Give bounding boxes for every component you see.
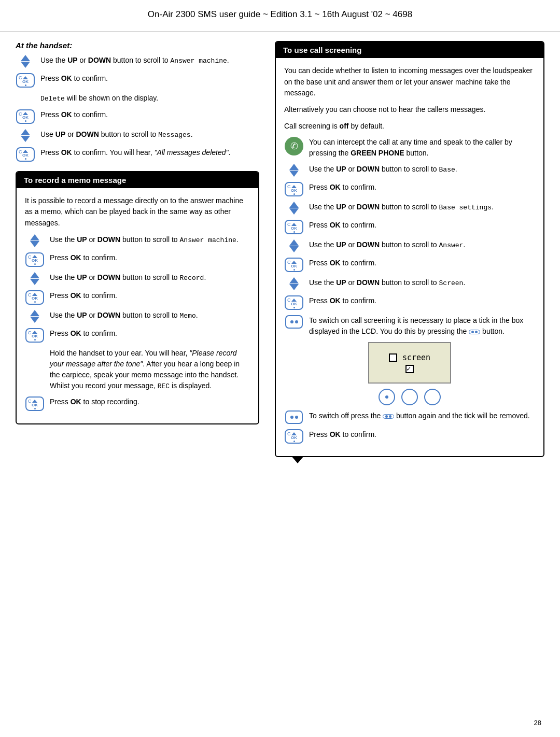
step-row: OK Press OK to confirm. — [284, 182, 535, 196]
two-dot-button-icon — [284, 410, 304, 424]
step-text: Press OK to confirm. — [309, 429, 535, 440]
step-row: Delete will be shown on the display. — [16, 93, 259, 104]
ok-button-icon: OK — [16, 109, 35, 124]
ok-button-icon: OK — [284, 220, 304, 234]
step-text: Press OK to confirm. — [40, 73, 259, 84]
updown-icon — [284, 239, 304, 252]
step-row: OK Press OK to confirm. — [284, 258, 535, 272]
updown-icon — [284, 277, 304, 290]
three-dot-button — [424, 389, 441, 405]
right-column: To use call screening You can decide whe… — [275, 41, 544, 473]
call-screening-box: To use call screening You can decide whe… — [275, 41, 544, 457]
call-screening-content: You can decide whether to listen to inco… — [276, 58, 543, 456]
step-row: Use the UP or DOWN button to scroll to A… — [16, 55, 259, 68]
step-row: To switch off press the button again and… — [284, 410, 535, 424]
lcd-unchecked-box — [389, 353, 397, 362]
ok-button-icon: OK — [284, 182, 304, 196]
step-row: OK Press OK to confirm. — [284, 295, 535, 310]
call-screening-wrap: To use call screening You can decide whe… — [275, 41, 544, 457]
ok-button-icon: OK — [25, 328, 45, 343]
step-text: Delete will be shown on the display. — [40, 93, 259, 104]
step-text: Press OK to confirm. — [309, 182, 535, 193]
ok-button-icon: OK — [25, 252, 45, 267]
step-row: OK Press OK to confirm. — [284, 429, 535, 444]
step-text: Press OK to confirm. — [40, 109, 259, 120]
step-row: Use the UP or DOWN button to scroll to B… — [284, 164, 535, 177]
intro-para-1: You can decide whether to listen to inco… — [284, 65, 535, 99]
step-text: Use the UP or DOWN button to scroll to A… — [40, 55, 259, 66]
step-row: OK Press OK to stop recording. — [25, 396, 250, 411]
inline-dot2-icon — [383, 414, 394, 419]
step-row: OK Press OK to confirm. — [25, 252, 250, 267]
inline-dot2-icon — [469, 330, 480, 334]
lcd-checked-box — [405, 365, 414, 373]
handset-section: At the handset: Use the UP or DOWN butto… — [16, 41, 259, 162]
step-row: OK Press OK to confirm. — [25, 328, 250, 343]
memo-box-content: It is possible to record a message direc… — [17, 188, 258, 424]
updown-icon — [16, 55, 35, 68]
step-row: ✆ You can intercept the call at any time… — [284, 137, 535, 159]
ok-button-icon: OK — [16, 73, 35, 88]
step-text: Press OK to confirm. — [309, 295, 535, 306]
step-row: OK Press OK to confirm. — [25, 290, 250, 305]
step-text: Press OK to confirm. — [50, 252, 250, 263]
handset-title: At the handset: — [16, 41, 259, 50]
updown-icon — [25, 310, 45, 323]
lcd-display: screen — [368, 342, 451, 384]
step-row: Use the UP or DOWN button to scroll to A… — [284, 239, 535, 252]
ok-button-icon: OK — [16, 147, 35, 162]
single-dot-button — [379, 389, 395, 405]
button-row — [284, 389, 535, 405]
green-phone-icon: ✆ — [284, 137, 304, 155]
step-text: Use UP or DOWN button to scroll to Messa… — [40, 129, 259, 140]
step-row: To switch on call screening it is necess… — [284, 315, 535, 337]
step-text: Hold the handset to your ear. You will h… — [50, 348, 250, 392]
memo-section: To record a memo message It is possible … — [16, 171, 259, 425]
step-text: Use the UP or DOWN button to scroll to B… — [309, 202, 535, 213]
lcd-display-area: screen — [284, 342, 535, 405]
step-text: You can intercept the call at any time a… — [309, 137, 535, 159]
step-row: OK Press OK to confirm. — [16, 109, 259, 124]
lcd-text: screen — [402, 353, 430, 362]
step-text: To switch off press the button again and… — [309, 410, 535, 421]
step-text: Use the UP or DOWN button to scroll to M… — [50, 310, 250, 321]
intro-para-3: Call screening is off by default. — [284, 121, 535, 132]
step-text: Use the UP or DOWN button to scroll to A… — [309, 239, 535, 251]
step-text: Press OK to confirm. — [309, 258, 535, 268]
step-row: OK Press OK to confirm. You will hear, "… — [16, 147, 259, 162]
page-header: On-Air 2300 SMS user guide ~ Edition 3.1… — [0, 0, 560, 32]
step-row: Use the UP or DOWN button to scroll to S… — [284, 277, 535, 290]
memo-intro-text: It is possible to record a message direc… — [25, 195, 250, 229]
step-text: Press OK to confirm. — [50, 290, 250, 301]
step-text: Use the UP or DOWN button to scroll to A… — [50, 234, 250, 246]
step-text: Press OK to confirm. — [50, 328, 250, 339]
ok-button-icon: OK — [284, 295, 304, 310]
two-dot-button-icon — [284, 315, 304, 329]
two-dot-button — [401, 389, 418, 405]
step-row: Use the UP or DOWN button to scroll to R… — [25, 272, 250, 285]
step-row: OK Press OK to confirm. — [16, 73, 259, 88]
ok-button-icon: OK — [25, 396, 45, 411]
memo-box-header: To record a memo message — [17, 172, 258, 188]
step-text: Press OK to confirm. — [309, 220, 535, 231]
step-row: Hold the handset to your ear. You will h… — [25, 348, 250, 392]
updown-icon — [284, 202, 304, 215]
step-text: Press OK to stop recording. — [50, 396, 250, 407]
step-text: Use the UP or DOWN button to scroll to B… — [309, 164, 535, 175]
step-text: To switch on call screening it is necess… — [309, 315, 535, 337]
updown-icon — [16, 129, 35, 142]
step-text: Press OK to confirm. You will hear, "All… — [40, 147, 259, 158]
step-text: Use the UP or DOWN button to scroll to S… — [309, 277, 535, 289]
intro-para-2: Alternatively you can choose not to hear… — [284, 104, 535, 116]
step-row: Use the UP or DOWN button to scroll to A… — [25, 234, 250, 247]
step-row: OK Press OK to confirm. — [284, 220, 535, 234]
updown-icon — [25, 234, 45, 247]
call-screening-header: To use call screening — [276, 42, 543, 58]
step-row: Use UP or DOWN button to scroll to Messa… — [16, 129, 259, 142]
ok-button-icon: OK — [284, 429, 304, 444]
ok-button-icon: OK — [25, 290, 45, 305]
step-row: Use the UP or DOWN button to scroll to M… — [25, 310, 250, 323]
page-number: 28 — [534, 719, 541, 727]
step-text: Use the UP or DOWN button to scroll to R… — [50, 272, 250, 284]
updown-icon — [284, 164, 304, 177]
